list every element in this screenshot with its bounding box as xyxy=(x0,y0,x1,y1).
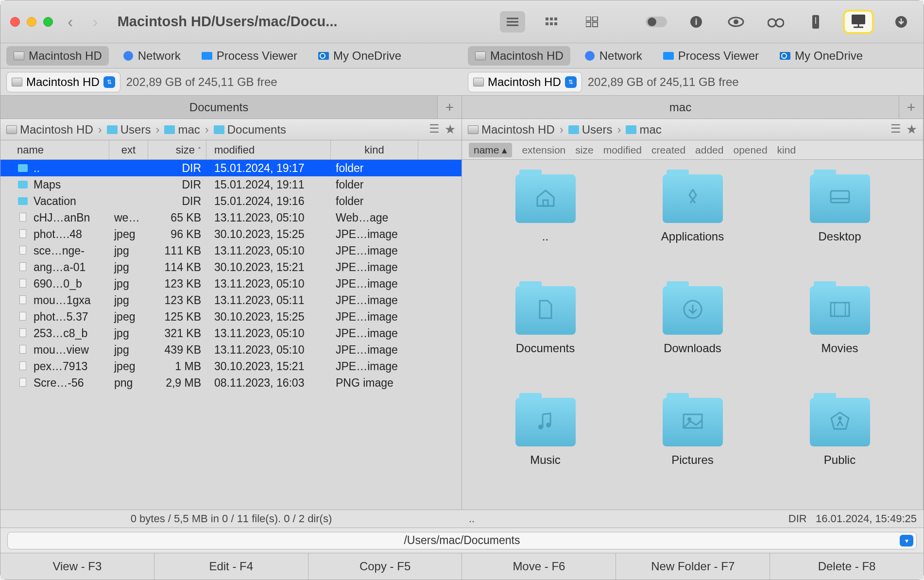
sort-added[interactable]: added xyxy=(695,144,723,156)
file-row[interactable]: ..DIR15.01.2024, 19:17folder xyxy=(0,160,462,176)
file-row[interactable]: ang…a-01jpg114 KB30.10.2023, 15:21JPE…im… xyxy=(0,259,462,275)
file-row[interactable]: sce…nge-jpg111 KB13.11.2023, 05:10JPE…im… xyxy=(0,242,462,259)
volume-selector-left[interactable]: Macintosh HD ⇅ xyxy=(6,72,120,92)
favorite-star-icon[interactable]: ★ xyxy=(906,122,917,137)
crumb-label: Documents xyxy=(227,123,286,136)
toggle-switch[interactable] xyxy=(644,11,669,33)
sort-opened[interactable]: opened xyxy=(733,144,767,156)
func-edit-button[interactable]: Edit - F4 xyxy=(154,553,308,580)
crumb-segment[interactable]: Macintosh HD xyxy=(6,123,93,136)
fav-tab-my-onedrive[interactable]: My OneDrive xyxy=(772,46,870,66)
maximize-window-button[interactable] xyxy=(43,17,53,27)
grid-item-applications[interactable]: Applications xyxy=(619,174,766,281)
sort-kind[interactable]: kind xyxy=(777,144,796,156)
binoculars-button[interactable] xyxy=(763,11,788,33)
chevron-right-icon: › xyxy=(617,123,621,136)
crumb-segment[interactable]: Documents xyxy=(214,123,286,136)
svg-rect-28 xyxy=(831,191,849,203)
func-copy-button[interactable]: Copy - F5 xyxy=(308,553,462,580)
add-tab-right-button[interactable]: + xyxy=(899,96,924,119)
path-dropdown-icon[interactable]: ▾ xyxy=(900,535,913,546)
file-row[interactable]: cHJ…anBnwe…65 KB13.11.2023, 05:10Web…age xyxy=(0,209,462,226)
func-new-button[interactable]: New Folder - F7 xyxy=(616,553,770,580)
network-share-button[interactable] xyxy=(843,10,874,34)
pane-tab-left[interactable]: Documents xyxy=(0,96,438,119)
chevron-right-icon: › xyxy=(98,123,102,136)
svg-point-35 xyxy=(546,423,551,427)
crumb-label: Users xyxy=(120,123,151,136)
compress-button[interactable] xyxy=(803,11,828,33)
func-delete-button[interactable]: Delete - F8 xyxy=(770,553,924,580)
crumb-segment[interactable]: mac xyxy=(626,123,661,136)
sort-size[interactable]: size xyxy=(575,144,593,156)
col-ext[interactable]: ext xyxy=(109,140,148,159)
view-list-button[interactable] xyxy=(500,11,525,33)
download-button[interactable] xyxy=(889,11,914,33)
crumb-segment[interactable]: mac xyxy=(164,123,200,136)
grid-item-documents[interactable]: Documents xyxy=(472,286,619,393)
func-move-button[interactable]: Move - F6 xyxy=(462,553,616,580)
file-kind: Web…age xyxy=(331,211,418,224)
fav-tab-network[interactable]: Network xyxy=(577,46,649,66)
file-row[interactable]: 690…0_bjpg123 KB13.11.2023, 05:10JPE…ima… xyxy=(0,275,462,292)
crumb-segment[interactable]: Users xyxy=(568,123,613,136)
close-window-button[interactable] xyxy=(10,17,20,27)
info-button[interactable]: i xyxy=(684,11,709,33)
nav-forward-button[interactable]: › xyxy=(92,12,98,31)
file-row[interactable]: pex…7913jpeg1 MB30.10.2023, 15:21JPE…ima… xyxy=(0,358,462,375)
fav-tab-my-onedrive[interactable]: My OneDrive xyxy=(311,46,408,66)
icon-grid-right[interactable]: ..ApplicationsDesktopDocumentsDownloadsM… xyxy=(462,160,923,510)
func-view-button[interactable]: View - F3 xyxy=(0,553,154,580)
grid-item-music[interactable]: Music xyxy=(472,398,619,505)
sort-name[interactable]: name ▴ xyxy=(469,143,512,157)
file-row[interactable]: 253…c8_bjpg321 KB13.11.2023, 05:10JPE…im… xyxy=(0,325,462,341)
nav-back-button[interactable]: ‹ xyxy=(68,12,73,31)
favorite-star-icon[interactable]: ★ xyxy=(445,122,456,137)
crumb-label: mac xyxy=(639,123,661,136)
grid-item-public[interactable]: Public xyxy=(766,398,913,505)
view-columns-button[interactable] xyxy=(540,11,565,33)
col-kind[interactable]: kind xyxy=(331,140,418,159)
fav-tab-network[interactable]: Network xyxy=(116,46,188,66)
grid-item-pictures[interactable]: Pictures xyxy=(619,398,766,505)
sort-modified[interactable]: modified xyxy=(603,144,642,156)
file-list-left[interactable]: ..DIR15.01.2024, 19:17folderMapsDIR15.01… xyxy=(0,160,462,510)
folder-icon xyxy=(17,197,29,205)
list-mode-icon[interactable]: ☰ xyxy=(890,122,901,137)
sort-created[interactable]: created xyxy=(651,144,685,156)
quicklook-button[interactable] xyxy=(723,11,749,33)
list-mode-icon[interactable]: ☰ xyxy=(429,122,440,137)
status-right-name: .. xyxy=(469,512,475,525)
grid-item-label: Desktop xyxy=(818,230,861,243)
view-grid-button[interactable] xyxy=(580,11,605,33)
folder-icon xyxy=(810,398,870,446)
file-row[interactable]: VacationDIR15.01.2024, 19:16folder xyxy=(0,193,462,209)
volume-selector-right[interactable]: Macintosh HD ⇅ xyxy=(468,72,582,92)
chevron-right-icon: › xyxy=(205,123,209,136)
fav-tab-process-viewer[interactable]: Process Viewer xyxy=(194,46,304,66)
grid-item-..[interactable]: .. xyxy=(472,174,619,281)
fav-tab-macintosh-hd[interactable]: Macintosh HD xyxy=(468,46,570,66)
sort-extension[interactable]: extension xyxy=(522,144,565,156)
add-tab-left-button[interactable]: + xyxy=(438,96,462,119)
file-row[interactable]: phot….48jpeg96 KB30.10.2023, 15:25JPE…im… xyxy=(0,226,462,242)
file-row[interactable]: mou…viewjpg439 KB13.11.2023, 05:10JPE…im… xyxy=(0,341,462,358)
pane-tab-right[interactable]: mac xyxy=(462,96,899,119)
crumb-segment[interactable]: Users xyxy=(107,123,151,136)
path-input[interactable]: /Users/mac/Documents ▾ xyxy=(7,532,917,549)
grid-item-movies[interactable]: Movies xyxy=(766,286,913,393)
grid-item-downloads[interactable]: Downloads xyxy=(619,286,766,393)
file-row[interactable]: Scre…-56png2,9 MB08.11.2023, 16:03PNG im… xyxy=(0,375,462,391)
fav-tab-macintosh-hd[interactable]: Macintosh HD xyxy=(6,46,109,66)
fav-tab-process-viewer[interactable]: Process Viewer xyxy=(656,46,766,66)
minimize-window-button[interactable] xyxy=(27,17,36,27)
file-row[interactable]: phot…5.37jpeg125 KB30.10.2023, 15:25JPE…… xyxy=(0,308,462,325)
hd-icon xyxy=(13,50,25,62)
col-name[interactable]: name xyxy=(0,140,109,159)
file-row[interactable]: MapsDIR15.01.2024, 19:11folder xyxy=(0,176,462,193)
col-size[interactable]: size ˄ xyxy=(148,140,206,159)
grid-item-desktop[interactable]: Desktop xyxy=(766,174,913,281)
file-row[interactable]: mou…1gxajpg123 KB13.11.2023, 05:11JPE…im… xyxy=(0,292,462,308)
crumb-segment[interactable]: Macintosh HD xyxy=(468,123,555,136)
col-modified[interactable]: modified xyxy=(206,140,331,159)
